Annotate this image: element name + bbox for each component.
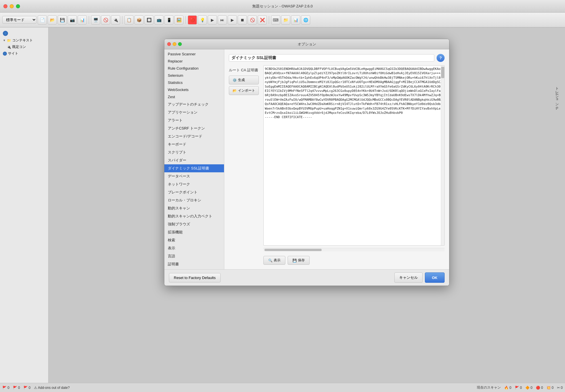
layout6-btn[interactable]: 🖼️: [174, 15, 183, 25]
scissors-count: ✂ 0: [557, 386, 563, 390]
layout3-btn[interactable]: 🔲: [144, 15, 154, 25]
sidebar-item-replacer[interactable]: Replacer: [164, 58, 224, 65]
sidebar-item-extensions[interactable]: 拡張機能: [164, 228, 224, 236]
stop-btn[interactable]: 🚫: [101, 15, 110, 25]
play-btn[interactable]: ▶: [208, 15, 217, 25]
action-buttons: ⚙️ 生成 📂 インポート: [229, 74, 259, 95]
flag-indicators3: 🚩 0: [23, 386, 31, 390]
folder-btn[interactable]: 📁: [281, 15, 290, 25]
sidebar-item-scripts[interactable]: スクリプト: [164, 148, 224, 156]
sidebar-item-display[interactable]: 表示: [164, 244, 224, 252]
layout1-btn[interactable]: 📋: [124, 15, 134, 25]
dialog-right-buttons: キャンセル OK: [394, 272, 445, 283]
traffic-lights: [3, 4, 20, 8]
site-item[interactable]: 🔌 既定コン: [1, 44, 47, 50]
sidebar-item-breakpoints[interactable]: ブレークポイント: [164, 188, 224, 196]
sidebar-item-zest[interactable]: Zest: [164, 93, 224, 100]
sidebar-item-websockets[interactable]: WebSockets: [164, 86, 224, 93]
sidebar-list: Passive Scanner Replacer Rule Configurat…: [164, 50, 224, 268]
app-title: 無題セッション - OWASP ZAP 2.6.0: [252, 4, 312, 9]
minimize-button[interactable]: [10, 4, 14, 8]
layout2-btn[interactable]: 📦: [134, 15, 144, 25]
kill-btn[interactable]: ❌: [258, 15, 267, 25]
save-cert-button[interactable]: 💾 保存: [288, 256, 310, 265]
save-btn[interactable]: 💾: [58, 15, 67, 25]
red-count: 🔴 0: [536, 386, 543, 390]
session-btn[interactable]: 📊: [78, 15, 87, 25]
root-ca-label: ルート CA 証明書: [229, 65, 258, 73]
mode-select[interactable]: 標準モード: [2, 16, 37, 24]
sidebar-item-database[interactable]: データベース: [164, 172, 224, 180]
snapshot-btn[interactable]: 📷: [68, 15, 77, 25]
flag-count: 🚩 0: [515, 386, 522, 390]
dialog-overlay: オプション Passive Scanner Replacer Rule Conf…: [49, 27, 565, 383]
play2-btn[interactable]: ▶: [228, 15, 237, 25]
step-btn[interactable]: ⏭: [218, 15, 227, 25]
new-btn[interactable]: 📄: [38, 15, 47, 25]
sites-section: サイト: [1, 50, 47, 57]
reset-button[interactable]: Reset to Factory Defaults: [169, 273, 221, 282]
cancel-button[interactable]: キャンセル: [394, 272, 423, 283]
help-button[interactable]: ?: [437, 54, 445, 62]
cert-right: 9CBDSb2S01ENDHRUw0JA1DVQQLDBFFVOFfLUCBuq…: [263, 65, 445, 265]
sidebar-item-certificate[interactable]: 証明書: [164, 260, 224, 268]
attack-btn[interactable]: 🔴: [188, 15, 197, 25]
dialog-traffic-lights: [167, 42, 182, 46]
sep4: [269, 16, 269, 24]
content-title-input[interactable]: [229, 54, 434, 62]
generate-button[interactable]: ⚙️ 生成: [229, 76, 259, 84]
flag-indicators: 🚩 0: [2, 386, 9, 390]
spider-btn[interactable]: 🖥️: [91, 15, 100, 25]
stats-btn[interactable]: 📊: [291, 15, 300, 25]
sidebar-item-active-scan[interactable]: 動的スキャン: [164, 204, 224, 212]
sidebar-item-passive-scanner[interactable]: Passive Scanner: [164, 50, 224, 58]
sidebar-item-statistics[interactable]: Statistics: [164, 79, 224, 86]
dialog-min[interactable]: [173, 42, 176, 46]
stopp-btn[interactable]: ⏹: [238, 15, 247, 25]
sidebar-item-selenium[interactable]: Selenium: [164, 72, 224, 79]
sidebar-inner: Passive Scanner Replacer Rule Configurat…: [164, 50, 224, 268]
ok-button[interactable]: OK: [425, 272, 445, 283]
dialog-title-bar: オプション: [164, 39, 449, 49]
exclude-btn[interactable]: 🚫: [248, 15, 257, 25]
cert-textarea[interactable]: 9CBDSb2S01ENDHRUw0JA1DVQQLDBFFVOFfLUCBuq…: [263, 65, 445, 246]
sidebar-item-csrf[interactable]: アンチCSRF トークン: [164, 124, 224, 132]
globe-btn[interactable]: 🌐: [301, 15, 310, 25]
sidebar-item-scan-input[interactable]: 動的スキャンの入力ベクト: [164, 212, 224, 220]
sidebar-item-local-proxy[interactable]: ローカル・プロキシ: [164, 196, 224, 204]
light-btn[interactable]: 💡: [198, 15, 207, 25]
layout5-btn[interactable]: 📱: [164, 15, 173, 25]
warning-text[interactable]: ⚠ Add-ons out of date?: [34, 386, 70, 390]
maximize-button[interactable]: [16, 4, 20, 8]
keyboard-btn[interactable]: ⌨: [271, 15, 280, 25]
sidebar-item-language[interactable]: 言語: [164, 252, 224, 260]
cert-hscrollbar[interactable]: [263, 248, 445, 251]
sidebar-item-rule-config[interactable]: Rule Configuration: [164, 65, 224, 72]
cert-left: ルート CA 証明書 ⚙️ 生成 📂 インポート: [229, 65, 259, 265]
dialog-close[interactable]: [167, 42, 171, 46]
close-button[interactable]: [3, 4, 7, 8]
sidebar-item-application[interactable]: アプリケーション: [164, 108, 224, 116]
options-dialog: オプション Passive Scanner Replacer Rule Conf…: [164, 39, 449, 286]
plugin-btn[interactable]: 🔌: [111, 15, 120, 25]
content-area: ? ルート CA 証明書 ⚙️ 生成: [224, 49, 449, 269]
sidebar-item-dynamic-ssl[interactable]: ダイナミック SSL証明書: [164, 164, 224, 172]
sidebar-item-spider[interactable]: スパイダー: [164, 156, 224, 164]
sidebar-item-updates[interactable]: アップデートのチェック: [164, 100, 224, 108]
sidebar-item-network[interactable]: ネットワーク: [164, 180, 224, 188]
sidebar-item-keyboard[interactable]: キーボード: [164, 140, 224, 148]
sidebar-item-encode[interactable]: エンコード/デコード: [164, 132, 224, 140]
import-button[interactable]: 📂 インポート: [229, 86, 259, 95]
view-button[interactable]: 🔍 表示: [263, 256, 285, 265]
cert-vscrollbar[interactable]: [441, 66, 444, 245]
sidebar-item-alerts[interactable]: アラート: [164, 116, 224, 124]
left-panel-header: [1, 30, 47, 37]
open-btn[interactable]: 📂: [48, 15, 57, 25]
layout4-btn[interactable]: 📺: [154, 15, 164, 25]
dialog-max[interactable]: [178, 42, 182, 46]
content-panels: オプション Passive Scanner Replacer Rule Conf…: [49, 27, 565, 383]
sidebar-item-forced-browse[interactable]: 強制ブラウズ: [164, 220, 224, 228]
sidebar-item-search[interactable]: 検索: [164, 236, 224, 244]
dialog-body: Passive Scanner Replacer Rule Configurat…: [164, 49, 449, 269]
left-panel: ▼ 📁 コンテキスト 🔌 既定コン サイト: [0, 27, 49, 383]
